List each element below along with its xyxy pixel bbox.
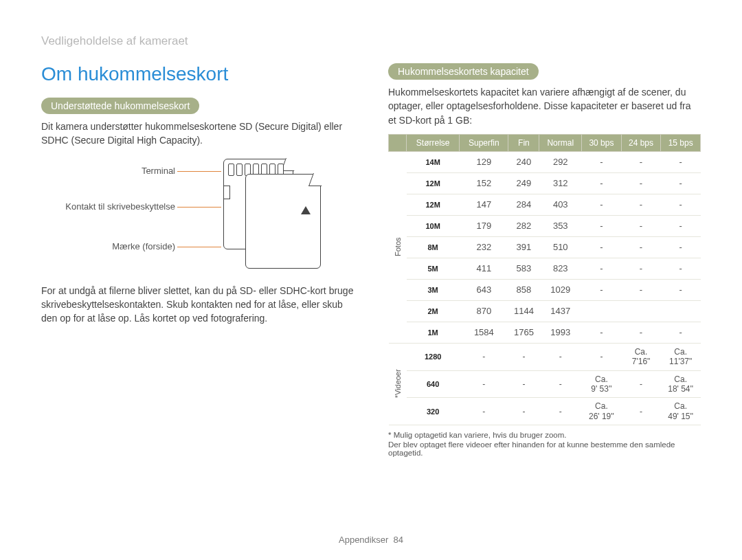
cell-value: Ca.49' 15'' <box>661 398 701 425</box>
cell-value: - <box>621 194 661 215</box>
cell-value: - <box>539 370 582 398</box>
cell-value: - <box>582 151 622 172</box>
cell-value: - <box>539 398 582 425</box>
cell-value: - <box>582 322 622 343</box>
cell-value: 312 <box>539 172 582 194</box>
cell-value: 232 <box>460 236 508 258</box>
cell-value: - <box>621 215 661 236</box>
sd-card-front-icon <box>245 174 321 269</box>
table-row: 1M158417651993--- <box>389 322 701 343</box>
th-30bps: 30 bps <box>582 134 622 151</box>
cell-value: 858 <box>508 279 539 300</box>
table-row: 12M152249312--- <box>389 172 701 194</box>
footer-page-number: 84 <box>394 535 403 545</box>
cell-value: - <box>621 322 661 343</box>
cell-value: - <box>661 322 701 343</box>
th-24bps: 24 bps <box>621 134 661 151</box>
cell-value: 1584 <box>460 322 508 343</box>
cell-value: 1144 <box>508 300 539 322</box>
cell-value: Ca.11'37" <box>661 343 701 370</box>
cell-value: 583 <box>508 258 539 279</box>
page-title: Om hukommelseskort <box>41 63 354 85</box>
capacity-table: Størrelse Superfin Fin Normal 30 bps 24 … <box>388 134 701 425</box>
cell-value: - <box>661 279 701 300</box>
leader-line <box>177 207 221 208</box>
cell-value: 284 <box>508 194 539 215</box>
cell-value: - <box>582 194 622 215</box>
cell-value: - <box>621 172 661 194</box>
cell-value: 282 <box>508 215 539 236</box>
running-head: Vedligeholdelse af kameraet <box>41 34 701 48</box>
cell-value: - <box>621 258 661 279</box>
page-footer: Appendikser 84 <box>0 535 742 545</box>
cell-value: Ca.18' 54'' <box>661 370 701 398</box>
left-column: Om hukommelseskort Understøttede hukomme… <box>41 63 354 458</box>
write-protect-note: For at undgå at filerne bliver slettet, … <box>41 284 354 326</box>
supported-cards-intro: Dit kamera understøtter hukommelseskorte… <box>41 120 354 148</box>
cell-value: - <box>621 151 661 172</box>
table-row: 5M411583823--- <box>389 258 701 279</box>
cell-value: - <box>661 194 701 215</box>
cell-value: 240 <box>508 151 539 172</box>
cell-size: 2M <box>407 300 460 322</box>
cell-value: - <box>621 398 661 425</box>
label-write-protect: Kontakt til skrivebeskyttelse <box>65 201 175 212</box>
footer-section: Appendikser <box>339 535 388 545</box>
cell-value: - <box>508 398 539 425</box>
cell-value: 870 <box>460 300 508 322</box>
cell-value: - <box>621 279 661 300</box>
cell-size: 1M <box>407 322 460 343</box>
cell-value: 391 <box>508 236 539 258</box>
cell-value: - <box>582 279 622 300</box>
cell-size: 12M <box>407 194 460 215</box>
label-terminal: Terminal <box>142 166 175 176</box>
footnote-zoom: * Mulig optagetid kan variere, hvis du b… <box>388 431 701 439</box>
table-row: 12M147284403--- <box>389 194 701 215</box>
cell-value: 353 <box>539 215 582 236</box>
cell-value: 179 <box>460 215 508 236</box>
cell-value: Ca.7'16" <box>621 343 661 370</box>
th-15bps: 15 bps <box>661 134 701 151</box>
cell-value: - <box>621 370 661 398</box>
cell-value: 1437 <box>539 300 582 322</box>
cell-value: - <box>460 370 508 398</box>
th-normal: Normal <box>539 134 582 151</box>
cell-size: 1280 <box>407 343 460 370</box>
cell-value: - <box>661 258 701 279</box>
cell-size: 12M <box>407 172 460 194</box>
cell-value: 1993 <box>539 322 582 343</box>
cell-value: - <box>582 236 622 258</box>
cell-value <box>661 300 701 322</box>
table-row: 8M232391510--- <box>389 236 701 258</box>
cell-value: 411 <box>460 258 508 279</box>
table-row: 320---Ca.26' 19''-Ca.49' 15'' <box>389 398 701 425</box>
cell-value <box>582 300 622 322</box>
table-row: 2M87011441437 <box>389 300 701 322</box>
footnote-multi-record: Der blev optaget flere videoer efter hin… <box>388 440 701 457</box>
cell-size: 640 <box>407 370 460 398</box>
triangle-icon <box>301 206 311 214</box>
capacity-intro: Hukommelseskortets kapacitet kan variere… <box>388 85 701 127</box>
label-brand-front: Mærke (forside) <box>112 241 175 251</box>
cell-value: 249 <box>508 172 539 194</box>
row-group-photos: Fotos <box>389 151 407 343</box>
cell-value: 403 <box>539 194 582 215</box>
cell-value: - <box>582 343 622 370</box>
cell-value: - <box>661 151 701 172</box>
cell-value: - <box>621 236 661 258</box>
row-group-video: *Videoer <box>389 343 407 425</box>
cell-value: - <box>582 215 622 236</box>
cell-value: - <box>661 172 701 194</box>
cell-value: - <box>539 343 582 370</box>
cell-value: - <box>508 343 539 370</box>
cell-size: 8M <box>407 236 460 258</box>
cell-value: - <box>508 370 539 398</box>
cell-size: 320 <box>407 398 460 425</box>
sd-card-diagram: Terminal Kontakt til skrivebeskyttelse M… <box>41 155 354 271</box>
table-row: 640---Ca.9' 53''-Ca.18' 54'' <box>389 370 701 398</box>
cell-value: Ca.26' 19'' <box>582 398 622 425</box>
cell-value: - <box>582 258 622 279</box>
th-fine: Fin <box>508 134 539 151</box>
cell-value: - <box>582 172 622 194</box>
table-row: 10M179282353--- <box>389 215 701 236</box>
